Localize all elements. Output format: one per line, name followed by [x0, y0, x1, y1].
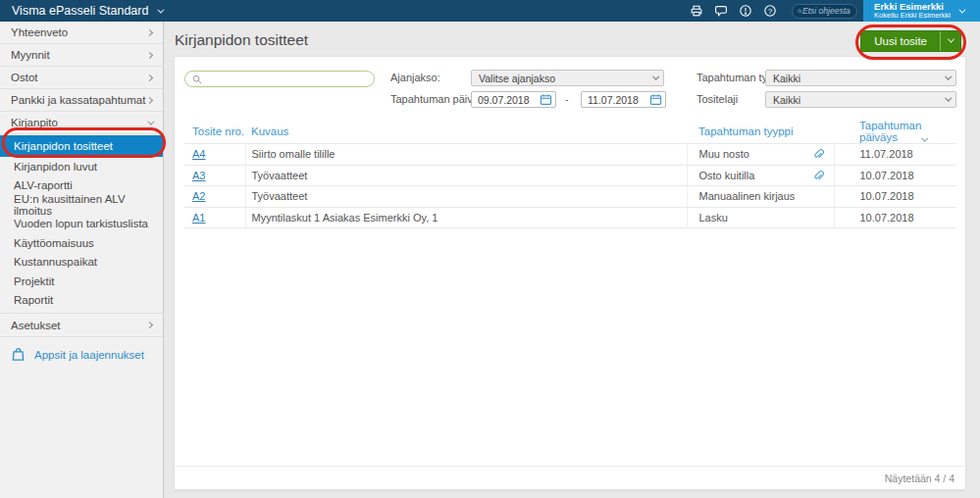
list-search-field[interactable] [184, 71, 375, 87]
voucher-description: Myyntilaskut 1 Asiakas Esimerkki Oy, 1 [245, 207, 687, 228]
voucher-date: 10.07.2018 [834, 165, 956, 186]
brand-title: Visma ePasseli Standard [12, 4, 148, 18]
chevron-down-icon [945, 74, 951, 79]
header-kuvaus[interactable]: Kuvaus [245, 120, 687, 144]
date-range-separator: - [565, 91, 569, 108]
search-icon [192, 75, 202, 84]
sidebar-item-label: Vuoden lopun tarkistuslista [14, 218, 148, 229]
sidebar-item-ostot[interactable]: Ostot [0, 67, 163, 89]
period-select-value: Valitse ajanjakso [479, 73, 555, 84]
help-icon[interactable]: ? [761, 3, 778, 20]
event-type-select-value: Kaikki [773, 73, 800, 84]
top-bar: Visma ePasseli Standard ? [0, 0, 980, 22]
new-voucher-button[interactable]: Uusi tosite [860, 30, 961, 52]
sidebar-item-pankki[interactable]: Pankki ja kassatapahtumat [0, 89, 163, 112]
user-subtitle: Kokeilu Erkki Esimerkki [874, 12, 951, 20]
voucher-list-panel: Ajanjakso: Valitse ajanjakso Tapahtuman … [174, 56, 966, 490]
sidebar-item-label: Kirjanpidon luvut [14, 161, 97, 173]
voucher-link[interactable]: A4 [192, 148, 205, 160]
sidebar-item-label: Projektit [14, 275, 55, 287]
chevron-right-icon [146, 74, 153, 80]
header-tapahtuman-paivays[interactable]: Tapahtuman päiväys [834, 120, 956, 144]
sidebar-item-label: EU:n kausittainen ALV ilmoitus [14, 193, 163, 217]
user-menu[interactable]: Erkki Esimerkki Kokeilu Erkki Esimerkki [863, 0, 980, 22]
event-type-select[interactable]: Kaikki [765, 70, 956, 86]
table-row[interactable]: A1 Myyntilaskut 1 Asiakas Esimerkki Oy, … [184, 207, 956, 228]
sidebar-item-raportit[interactable]: Raportit [0, 291, 163, 311]
sidebar-item-myynnit[interactable]: Myynnit [0, 44, 163, 67]
table-row[interactable]: A4 Siirto omalle tilille Muu nosto 11.07… [184, 144, 956, 166]
date-from-field[interactable]: 09.07.2018 [471, 91, 556, 108]
chat-icon[interactable] [712, 3, 729, 20]
voucher-date: 10.07.2018 [834, 207, 956, 228]
chevron-down-icon [945, 95, 951, 101]
header-tosite-nro[interactable]: Tosite nro. [184, 120, 245, 144]
voucher-type: Lasku [699, 212, 728, 224]
table-header-row: Tosite nro. Kuvaus Tapahtuman tyyppi Tap… [184, 120, 956, 144]
sidebar-item-kustannuspaikat[interactable]: Kustannuspaikat [0, 253, 163, 273]
sidebar-item-label: Kirjanpidon tositteet [14, 140, 113, 152]
sidebar: Yhteenveto Myynnit Ostot Pankki ja kassa… [0, 22, 164, 498]
date-from-value: 09.07.2018 [478, 94, 530, 106]
sidebar-item-label: Pankki ja kassatapahtumat [11, 94, 145, 106]
sort-chevron-icon[interactable] [921, 134, 927, 140]
app-switcher[interactable]: Visma ePasseli Standard [12, 4, 162, 18]
table-row[interactable]: A3 Työvaatteet Osto kuitilla 10.07.2018 [184, 165, 956, 186]
calendar-icon[interactable] [649, 93, 662, 106]
new-voucher-dropdown-toggle[interactable] [940, 31, 960, 51]
voucher-type: Osto kuitilla [699, 170, 755, 181]
sidebar-item-appsit-ja-laajennukset[interactable]: Appsit ja laajennukset [0, 337, 163, 372]
voucher-type: Manuaalinen kirjaus [699, 190, 796, 202]
print-icon[interactable] [688, 3, 704, 20]
result-count: Näytetään 4 / 4 [175, 466, 965, 489]
sidebar-item-asetukset[interactable]: Asetukset [0, 313, 163, 337]
sidebar-item-kirjanpidon-tositteet[interactable]: Kirjanpidon tositteet [0, 135, 163, 157]
voucher-type-select-value: Kaikki [773, 94, 800, 106]
page-title: Kirjanpidon tositteet [175, 31, 308, 49]
main-content: Kirjanpidon tositteet Uusi tosite Ajanja… [164, 22, 980, 498]
sidebar-item-kayttoomaisuus[interactable]: Käyttöomaisuus [0, 233, 163, 253]
paperclip-icon[interactable] [812, 148, 824, 160]
voucher-description: Siirto omalle tilille [245, 144, 687, 166]
voucher-type-filter-label: Tositelaji [696, 91, 738, 108]
chevron-down-icon [958, 6, 965, 13]
sidebar-item-label: Kustannuspaikat [14, 256, 97, 268]
sidebar-item-eu-alv-ilmoitus[interactable]: EU:n kausittainen ALV ilmoitus [0, 195, 163, 215]
sidebar-item-label: Ostot [11, 72, 37, 83]
sidebar-item-label: ALV-raportti [14, 179, 73, 191]
sidebar-item-yhteenveto[interactable]: Yhteenveto [0, 22, 163, 44]
help-search-field[interactable] [792, 4, 857, 19]
calendar-icon[interactable] [540, 93, 552, 106]
voucher-link[interactable]: A2 [192, 190, 205, 202]
header-tapahtuman-tyyppi[interactable]: Tapahtuman tyyppi [687, 120, 834, 144]
shopping-bag-icon [11, 347, 26, 362]
voucher-link[interactable]: A1 [192, 212, 205, 224]
new-voucher-button-label: Uusi tosite [861, 31, 940, 51]
sidebar-item-label: Yhteenveto [11, 26, 68, 38]
chevron-down-icon [652, 74, 658, 79]
voucher-table: Tosite nro. Kuvaus Tapahtuman tyyppi Tap… [184, 120, 956, 228]
info-icon[interactable] [737, 3, 753, 20]
voucher-type: Muu nosto [699, 148, 749, 160]
voucher-type-select[interactable]: Kaikki [765, 91, 956, 108]
sidebar-item-label: Myynnit [11, 49, 50, 61]
sidebar-item-kirjanpidon-luvut[interactable]: Kirjanpidon luvut [0, 157, 163, 176]
sidebar-item-label: Appsit ja laajennukset [34, 349, 144, 361]
paperclip-icon[interactable] [812, 170, 824, 181]
list-search-input[interactable] [207, 74, 367, 85]
help-search-input[interactable] [802, 6, 851, 16]
chevron-right-icon [146, 322, 153, 328]
svg-text:?: ? [767, 7, 771, 16]
table-row[interactable]: A2 Työvaatteet Manuaalinen kirjaus 10.07… [184, 186, 956, 208]
sidebar-item-kirjanpito[interactable]: Kirjanpito [0, 112, 163, 134]
period-select[interactable]: Valitse ajanjakso [471, 70, 664, 86]
period-label: Ajanjakso: [390, 70, 440, 86]
chevron-right-icon [146, 28, 153, 35]
date-to-field[interactable]: 11.07.2018 [581, 91, 666, 108]
chevron-down-icon [947, 36, 954, 43]
voucher-description: Työvaatteet [245, 165, 687, 186]
sidebar-item-label: Käyttöomaisuus [14, 237, 94, 249]
voucher-link[interactable]: A3 [192, 170, 205, 181]
sidebar-item-vuoden-lopun-tarkistuslista[interactable]: Vuoden lopun tarkistuslista [0, 215, 163, 234]
sidebar-item-projektit[interactable]: Projektit [0, 272, 163, 291]
